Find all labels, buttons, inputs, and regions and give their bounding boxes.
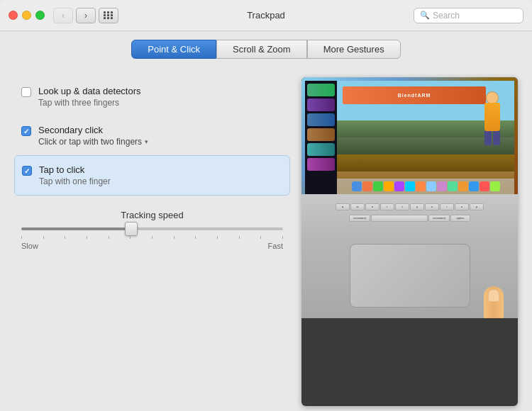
- checkbox-secondary-click[interactable]: [21, 126, 31, 136]
- bottom-bar: Set Up Bluetooth Trackpad... ?: [0, 406, 532, 411]
- checkbox-tap-to-click[interactable]: [22, 166, 32, 176]
- dock-icon-3: [373, 181, 383, 191]
- key-y: y: [410, 203, 424, 210]
- key-w: w: [350, 203, 365, 210]
- key-u: u: [425, 203, 439, 210]
- dock-icon-13: [480, 181, 489, 191]
- finger-tip: [484, 286, 504, 318]
- slider-track: [21, 227, 283, 230]
- option-tap-to-click: Tap to click Tap with one finger: [14, 155, 290, 196]
- trackpad-preview: [301, 233, 518, 318]
- checkbox-lookup[interactable]: [21, 87, 31, 97]
- traffic-lights: [9, 11, 45, 20]
- minimize-button[interactable]: [22, 11, 31, 20]
- slider-slow-label: Slow: [21, 242, 38, 250]
- chevron-down-icon: ▾: [145, 138, 148, 145]
- key-option: option: [450, 215, 470, 222]
- option-secondary-click-text: Secondary click Click or tap with two fi…: [38, 125, 148, 147]
- sidebar-thumb-1: [307, 84, 335, 96]
- preview-panel: BlendfARM: [301, 77, 518, 406]
- option-tap-to-click-desc: Tap with one finger: [39, 176, 111, 186]
- tab-point-click[interactable]: Point & Click: [131, 40, 216, 59]
- person-figure: [484, 91, 500, 145]
- mac-main-area: BlendfARM: [337, 81, 514, 194]
- preview-image: BlendfARM: [301, 77, 518, 406]
- keyboard-row-2: command command option: [349, 215, 470, 222]
- dock-icon-4: [384, 181, 394, 191]
- banner: BlendfARM: [343, 86, 486, 104]
- key-e: e: [365, 203, 379, 210]
- option-lookup-text: Look up & data detectors Tap with three …: [38, 86, 141, 108]
- sidebar-thumb-4: [307, 128, 335, 141]
- forward-button[interactable]: ›: [76, 8, 96, 23]
- option-tap-to-click-text: Tap to click Tap with one finger: [39, 164, 111, 186]
- trackpad-surface: [350, 244, 470, 308]
- close-button[interactable]: [9, 11, 18, 20]
- dock-icon-12: [469, 181, 479, 191]
- maximize-button[interactable]: [35, 11, 45, 20]
- mac-screen-inner: BlendfARM: [305, 81, 514, 194]
- key-r: r: [380, 203, 394, 210]
- dock-icon-8: [426, 181, 436, 191]
- key-t: t: [395, 203, 409, 210]
- dock-icon-11: [458, 181, 468, 191]
- banner-text: BlendfARM: [398, 93, 431, 98]
- slider-track-fill: [21, 227, 131, 230]
- slider-container: Slow Fast: [21, 227, 283, 250]
- key-i: i: [440, 203, 454, 210]
- sidebar-thumb-3: [307, 113, 335, 126]
- search-input[interactable]: [433, 11, 517, 21]
- titlebar: ‹ › Trackpad 🔍: [0, 0, 532, 31]
- option-lookup-desc: Tap with three fingers: [38, 98, 141, 108]
- dock-preview: [337, 179, 514, 194]
- slider-fast-label: Fast: [268, 242, 283, 250]
- option-secondary-click-dropdown[interactable]: Click or tap with two fingers ▾: [38, 137, 148, 147]
- option-secondary-click-title: Secondary click: [38, 125, 148, 135]
- dock-icon-5: [394, 181, 404, 191]
- mac-sidebar: [305, 81, 337, 194]
- option-secondary-click: Secondary click Click or tap with two fi…: [14, 116, 290, 155]
- option-secondary-click-desc: Click or tap with two fingers: [38, 137, 142, 147]
- key-cmd-left: command: [349, 215, 370, 222]
- left-panel: Look up & data detectors Tap with three …: [14, 77, 290, 406]
- dock-icon-1: [352, 181, 362, 191]
- dock-icon-7: [416, 181, 426, 191]
- slider-thumb[interactable]: [125, 222, 138, 236]
- key-space: [371, 215, 428, 222]
- option-lookup: Look up & data detectors Tap with three …: [14, 77, 290, 116]
- dock-icon-6: [405, 181, 415, 191]
- person-legs: [484, 131, 500, 145]
- option-tap-to-click-title: Tap to click: [39, 164, 111, 175]
- key-p: p: [470, 203, 484, 210]
- dock-icon-2: [362, 181, 372, 191]
- keyboard-preview: q w e r t y u i o p command comma: [301, 194, 518, 233]
- tracking-title: Tracking speed: [121, 210, 183, 220]
- sidebar-thumb-6: [307, 158, 335, 171]
- person-leg-right: [493, 131, 500, 145]
- dock-icon-9: [437, 181, 447, 191]
- key-q: q: [336, 203, 350, 210]
- tab-bar: Point & Click Scroll & Zoom More Gesture…: [0, 31, 532, 66]
- slider-labels: Slow Fast: [21, 242, 283, 250]
- sidebar-thumb-5: [307, 143, 335, 156]
- tab-scroll-zoom[interactable]: Scroll & Zoom: [216, 40, 307, 59]
- slider-ticks: [21, 236, 283, 239]
- finger-nail: [488, 289, 499, 302]
- grid-icon: [104, 11, 113, 19]
- grid-button[interactable]: [99, 8, 118, 23]
- finger-graphic: [484, 286, 504, 318]
- person-leg-left: [484, 131, 492, 145]
- option-lookup-title: Look up & data detectors: [38, 86, 141, 96]
- tab-more-gestures[interactable]: More Gestures: [307, 40, 401, 59]
- search-box[interactable]: 🔍: [414, 8, 523, 23]
- person-body: [484, 103, 500, 131]
- mac-screen-preview: BlendfARM: [301, 77, 518, 194]
- back-button[interactable]: ‹: [53, 8, 73, 23]
- sidebar-thumb-2: [307, 98, 335, 111]
- dock-icon-10: [448, 181, 458, 191]
- window-title: Trackpad: [247, 10, 285, 21]
- key-cmd-right: command: [428, 215, 450, 222]
- main-content: Look up & data detectors Tap with three …: [0, 66, 532, 406]
- dock-icon-14: [490, 181, 500, 191]
- keyboard-row-1: q w e r t y u i o p: [336, 203, 484, 210]
